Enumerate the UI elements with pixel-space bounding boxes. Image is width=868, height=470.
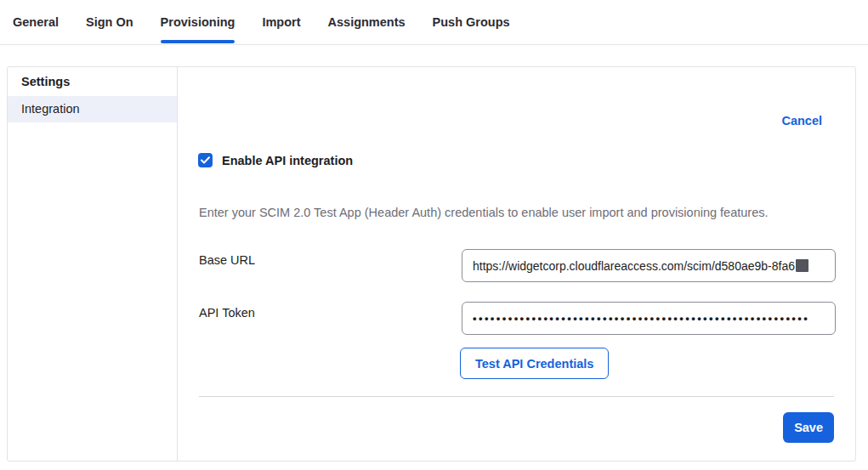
enable-api-integration-label: Enable API integration	[222, 154, 353, 167]
tab-provisioning[interactable]: Provisioning	[161, 0, 235, 44]
tab-sign-on[interactable]: Sign On	[86, 0, 133, 44]
provisioning-panel: Settings Integration Cancel Enable API i…	[7, 66, 856, 462]
tab-general[interactable]: General	[13, 0, 59, 44]
api-token-label: API Token	[199, 306, 255, 320]
tab-assignments[interactable]: Assignments	[328, 0, 406, 44]
check-icon	[201, 156, 210, 164]
integration-settings-content: Cancel Enable API integration Enter your…	[179, 67, 855, 461]
settings-sidebar: Settings Integration	[8, 67, 178, 461]
base-url-input[interactable]: https://widgetcorp.cloudflareaccess.com/…	[462, 249, 836, 282]
footer-divider	[199, 396, 834, 397]
api-token-masked-value: ••••••••••••••••••••••••••••••••••••••••…	[473, 312, 809, 325]
tab-import[interactable]: Import	[262, 0, 300, 44]
save-button[interactable]: Save	[783, 412, 834, 443]
enable-api-integration-row: Enable API integration	[198, 153, 353, 167]
text-selection-overflow-box	[796, 259, 808, 272]
cancel-link[interactable]: Cancel	[781, 114, 822, 127]
sidebar-heading: Settings	[8, 67, 177, 96]
app-tab-bar: General Sign On Provisioning Import Assi…	[0, 0, 868, 45]
tab-push-groups[interactable]: Push Groups	[433, 0, 510, 44]
enable-api-integration-checkbox[interactable]	[198, 153, 213, 167]
base-url-label: Base URL	[199, 253, 255, 267]
api-token-input[interactable]: ••••••••••••••••••••••••••••••••••••••••…	[462, 302, 836, 335]
base-url-value: https://widgetcorp.cloudflareaccess.com/…	[473, 259, 795, 273]
credentials-description: Enter your SCIM 2.0 Test App (Header Aut…	[199, 206, 830, 219]
test-api-credentials-button[interactable]: Test API Credentials	[460, 348, 609, 379]
sidebar-item-integration[interactable]: Integration	[8, 96, 177, 122]
